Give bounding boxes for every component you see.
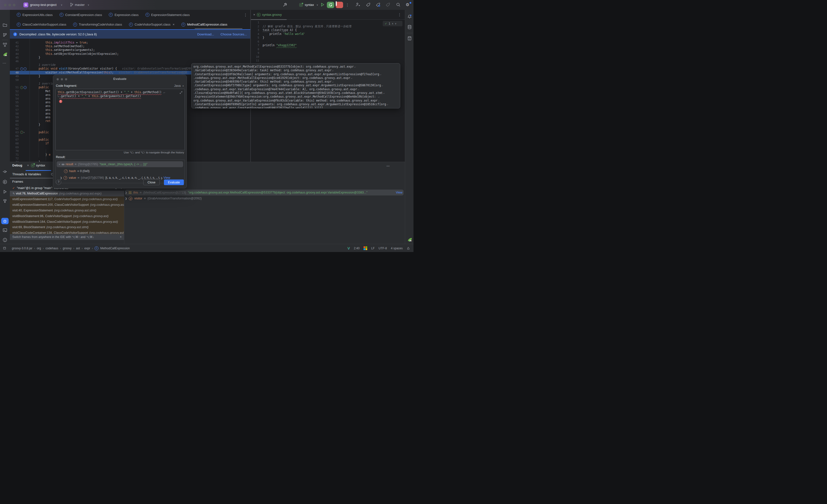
indent-setting[interactable]: 4 spaces bbox=[391, 246, 403, 250]
tab-expressionutils-class[interactable]: CExpressionUtils.class bbox=[13, 10, 56, 20]
file-encoding[interactable]: UTF-8 bbox=[379, 246, 387, 250]
run-button[interactable] bbox=[320, 2, 325, 8]
override-marker-icon[interactable]: ↑ bbox=[20, 67, 23, 70]
line-separator[interactable]: LF bbox=[371, 246, 375, 250]
close-icon[interactable]: × bbox=[253, 13, 255, 16]
override-marker-icon[interactable]: ↓ bbox=[23, 86, 27, 89]
override-marker-icon[interactable]: ↓ bbox=[23, 67, 27, 70]
frame-row[interactable]: visitBlockStatement:86, CodeVisitorSuppo… bbox=[10, 213, 124, 219]
profiler-rocket-icon[interactable] bbox=[366, 2, 371, 8]
breadcrumb-item[interactable]: expr bbox=[85, 246, 90, 250]
close-button[interactable]: Close bbox=[143, 179, 160, 185]
frame-row[interactable]: visitExpressionStatement:117, CodeVisito… bbox=[10, 197, 124, 202]
view-link[interactable]: View bbox=[396, 191, 402, 194]
frame-row[interactable]: ↰ visit:76, MethodCallExpression(org.cod… bbox=[10, 191, 124, 197]
expand-chevron-icon[interactable]: ❯ bbox=[125, 191, 127, 194]
session-tab[interactable]: syntax bbox=[36, 164, 45, 167]
prev-issue-icon[interactable]: ∧ bbox=[392, 22, 394, 25]
expand-chevron-icon[interactable]: ❯ bbox=[125, 197, 127, 200]
tab-threads-variables[interactable]: Threads & Variables bbox=[12, 172, 41, 176]
add-user-icon[interactable] bbox=[355, 2, 361, 8]
collapse-chevron-icon[interactable]: ∨ bbox=[59, 163, 60, 165]
services-icon[interactable] bbox=[2, 179, 7, 184]
tab-classcodevisitorsupport-class[interactable]: CClassCodeVisitorSupport.class bbox=[13, 20, 70, 29]
evaluate-button[interactable]: Evaluate bbox=[164, 179, 184, 185]
close-session-icon[interactable]: × bbox=[27, 164, 29, 167]
run-config-selector[interactable]: syntax bbox=[305, 3, 314, 7]
tab-constantexpression-class[interactable]: CConstantExpression.class bbox=[56, 10, 106, 20]
stop-button[interactable] bbox=[336, 2, 343, 8]
frame-row[interactable]: visitExpressionStatement:200, ClassCodeV… bbox=[10, 202, 124, 208]
result-row[interactable]: ∨ oo result = {String@2785} "task_clean_… bbox=[57, 161, 183, 167]
project-selector[interactable]: groovy-test-project bbox=[30, 3, 57, 7]
tab-codevisitorsupport-class[interactable]: CCodeVisitorSupport.class× bbox=[126, 20, 178, 29]
lock-icon[interactable] bbox=[406, 246, 410, 250]
tab-options-kebab[interactable]: ⋮ bbox=[398, 12, 401, 17]
frame-row[interactable]: visit:40, ExpressionStatement(org.codeha… bbox=[10, 208, 124, 213]
breadcrumb-item[interactable]: ast bbox=[76, 246, 80, 250]
close-icon[interactable]: × bbox=[120, 235, 121, 239]
microsoft-icon[interactable] bbox=[363, 246, 367, 250]
close-tab-icon[interactable]: × bbox=[173, 22, 175, 26]
scrollbar-thumb[interactable] bbox=[10, 178, 53, 178]
frames-list[interactable]: ↰ visit:76, MethodCallExpression(org.cod… bbox=[10, 191, 124, 234]
help-button[interactable]: ? bbox=[56, 179, 61, 185]
search-icon[interactable] bbox=[396, 2, 401, 8]
more-toolwindows-icon[interactable]: ⋯ bbox=[2, 61, 7, 66]
language-selector[interactable]: Java bbox=[174, 84, 181, 88]
run-toolwindow-icon[interactable] bbox=[2, 189, 7, 194]
build-hammer-icon[interactable] bbox=[283, 2, 288, 8]
inspections-widget[interactable]: ✓ 1 ∧ ∨ bbox=[383, 21, 402, 26]
debug-toolwindow-icon[interactable] bbox=[1, 218, 9, 224]
settings-gear-icon[interactable]: ⚙ bbox=[406, 2, 411, 8]
branch-selector[interactable]: master bbox=[75, 3, 85, 7]
jrebel-status-icon[interactable]: JR bbox=[407, 237, 412, 242]
breadcrumb-item[interactable]: groovy bbox=[63, 246, 71, 250]
window-minimize-button[interactable] bbox=[8, 4, 11, 6]
variable-row-this[interactable]: ❯ this = {MethodCallExpression@2723} "or… bbox=[125, 189, 405, 195]
tab-syntax-groovy[interactable]: syntax.groovy bbox=[262, 13, 282, 16]
fold-marker-icon[interactable]: › bbox=[23, 131, 25, 134]
structure-icon[interactable] bbox=[2, 42, 7, 47]
next-issue-icon[interactable]: ∨ bbox=[395, 22, 396, 25]
expand-chevron-icon[interactable]: ❯ bbox=[60, 176, 62, 179]
breadcrumb-item[interactable]: codehaus bbox=[46, 246, 58, 250]
build-toolwindow-icon[interactable] bbox=[2, 199, 7, 204]
download-link[interactable]: Download... bbox=[197, 33, 214, 36]
documentation-icon[interactable]: A bbox=[407, 36, 412, 41]
profiler-rocket-debug-icon[interactable] bbox=[376, 2, 381, 8]
tab-transformingcodevisitor-class[interactable]: CTransformingCodeVisitor.class bbox=[70, 20, 126, 29]
jrebel-icon[interactable]: JR bbox=[2, 52, 7, 57]
caret-position[interactable]: 2:40 bbox=[354, 246, 359, 250]
override-marker-icon[interactable]: ↑ bbox=[20, 86, 23, 89]
commit-icon[interactable] bbox=[2, 33, 7, 37]
view-link[interactable]: View bbox=[164, 176, 170, 179]
code-fragment-editor[interactable]: this.getObjectExpression().getText() + "… bbox=[55, 89, 185, 150]
frame-row[interactable]: visit:69, BlockStatement(org.codehaus.gr… bbox=[10, 224, 124, 230]
choose-sources-link[interactable]: Choose Sources... bbox=[221, 33, 247, 36]
terminal-icon[interactable] bbox=[2, 228, 7, 233]
frame-row[interactable]: visitClassCodeContainer:138, ClassCodeVi… bbox=[10, 230, 124, 234]
frame-row[interactable]: visitBlockStatement:164, ClassCodeVisito… bbox=[10, 219, 124, 224]
rerun-debug-button[interactable] bbox=[327, 2, 334, 8]
tab-options-kebab[interactable]: ⋮ bbox=[244, 13, 247, 17]
tab-expression-class[interactable]: CExpression.class bbox=[105, 10, 142, 20]
tab-expressionstatement-class[interactable]: CExpressionStatement.class bbox=[142, 10, 193, 20]
breadcrumb-item[interactable]: MethodCallExpression bbox=[100, 246, 130, 250]
window-zoom-button[interactable] bbox=[13, 4, 15, 6]
workspace-icon[interactable] bbox=[3, 246, 6, 250]
window-close-button[interactable] bbox=[4, 4, 7, 6]
minimize-icon[interactable]: — bbox=[386, 164, 390, 168]
more-actions-kebab[interactable]: ⋮ bbox=[346, 3, 349, 7]
breadcrumb-item[interactable]: groovy-3.0.8.jar bbox=[12, 246, 32, 250]
breadcrumb-item[interactable]: org bbox=[37, 246, 41, 250]
override-marker-icon[interactable]: ↑ bbox=[20, 131, 23, 134]
tab-methodcallexpression-class[interactable]: CMethodCallExpression.class bbox=[178, 20, 231, 29]
database-icon[interactable] bbox=[407, 24, 412, 30]
notifications-bell-icon[interactable] bbox=[407, 14, 412, 19]
variable-row-visitor[interactable]: ❯ p visitor = {GrabAnnotationTransformat… bbox=[125, 195, 405, 201]
problems-icon[interactable] bbox=[2, 237, 7, 242]
project-folder-icon[interactable] bbox=[2, 22, 7, 27]
plugin-v-icon[interactable]: V bbox=[347, 246, 350, 250]
flow-toolwindow-icon[interactable] bbox=[2, 170, 7, 175]
